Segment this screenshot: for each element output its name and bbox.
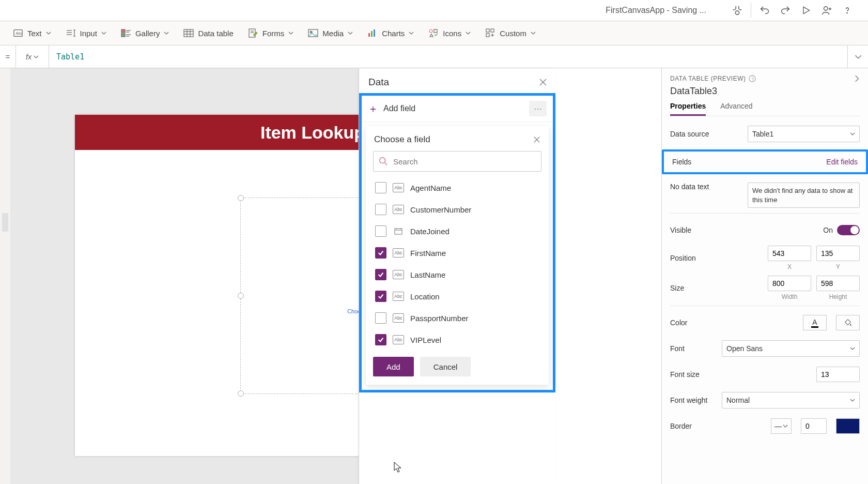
fill-color-button[interactable]	[836, 315, 860, 330]
chevron-down-icon	[164, 31, 169, 36]
tab-advanced[interactable]: Advanced	[720, 102, 752, 116]
ribbon-text-label: Text	[27, 29, 42, 38]
field-row[interactable]: AbcPassportNumber	[373, 307, 541, 329]
redo-button[interactable]	[775, 0, 796, 21]
field-row[interactable]: AbcAgentName	[373, 177, 541, 199]
text-type-icon: Abc	[393, 205, 404, 214]
undo-button[interactable]	[754, 0, 775, 21]
field-search-input[interactable]	[392, 157, 536, 167]
field-checkbox[interactable]	[375, 269, 386, 280]
svg-point-33	[429, 29, 432, 33]
play-button[interactable]	[796, 0, 816, 21]
more-options-button[interactable]: ⋯	[529, 101, 547, 116]
font-weight-select[interactable]: Normal	[722, 392, 860, 409]
left-edge-panel[interactable]	[0, 68, 10, 484]
svg-rect-34	[434, 29, 437, 33]
choose-field-popup: Choose a field AbcAgentNameAbcCustomerNu…	[366, 126, 549, 385]
field-search[interactable]	[373, 151, 541, 172]
search-icon	[379, 157, 388, 166]
ribbon-custom[interactable]: Custom	[485, 28, 536, 38]
ribbon-input[interactable]: Input	[66, 28, 106, 38]
help-button[interactable]	[837, 0, 858, 21]
ribbon-datatable[interactable]: Data table	[183, 28, 233, 38]
ribbon-media-label: Media	[322, 29, 344, 38]
position-y-input[interactable]	[816, 246, 860, 261]
data-source-select[interactable]: Table1	[748, 126, 860, 142]
equals-label: =	[0, 52, 16, 61]
field-checkbox[interactable]	[375, 247, 386, 259]
font-color-button[interactable]: A	[803, 315, 827, 330]
svg-rect-35	[486, 29, 489, 32]
svg-line-49	[385, 163, 388, 165]
property-tabs: Properties Advanced	[670, 102, 860, 116]
data-source-label: Data source	[670, 130, 742, 138]
ribbon-text[interactable]: Abc Text	[13, 28, 51, 38]
close-choose-popup-button[interactable]	[533, 136, 540, 143]
field-list: AbcAgentNameAbcCustomerNumberDateJoinedA…	[373, 177, 541, 351]
object-category: DATA TABLE (PREVIEW)	[670, 75, 746, 82]
close-data-panel-button[interactable]	[539, 78, 547, 86]
ribbon-media[interactable]: Media	[308, 28, 353, 38]
field-checkbox[interactable]	[375, 334, 386, 345]
font-size-input[interactable]	[816, 367, 860, 382]
border-width-input[interactable]	[801, 418, 827, 434]
font-size-label: Font size	[670, 370, 717, 379]
input-icon	[66, 28, 76, 38]
border-style-select[interactable]: —	[771, 418, 792, 434]
y-label: Y	[836, 263, 840, 270]
tab-properties[interactable]: Properties	[670, 102, 706, 116]
ribbon-charts[interactable]: Charts	[367, 28, 414, 38]
media-icon	[308, 28, 318, 38]
field-row[interactable]: AbcFirstName	[373, 242, 541, 264]
fields-row-highlight: Fields Edit fields	[662, 149, 868, 174]
field-checkbox[interactable]	[375, 204, 386, 215]
svg-rect-50	[395, 229, 402, 234]
ribbon-gallery[interactable]: Gallery	[121, 28, 169, 38]
font-select[interactable]: Open Sans	[722, 340, 860, 357]
app-title: FirstCanvasApp - Saving ...	[606, 6, 706, 15]
field-row[interactable]: AbcVIPLevel	[373, 329, 541, 351]
field-name: Location	[410, 292, 440, 301]
health-icon[interactable]	[727, 0, 748, 21]
visible-toggle[interactable]	[837, 225, 860, 235]
no-data-text-input[interactable]: We didn't find any data to show at this …	[748, 183, 860, 208]
height-input[interactable]	[816, 276, 860, 291]
formula-input[interactable]: Table1	[49, 46, 847, 68]
workspace: Item Lookup	[0, 68, 868, 484]
share-button[interactable]	[816, 0, 837, 21]
svg-rect-32	[374, 29, 375, 37]
fx-dropdown[interactable]: fx	[16, 46, 49, 68]
font-value: Open Sans	[726, 344, 763, 353]
text-type-icon: Abc	[393, 248, 404, 258]
cancel-button[interactable]: Cancel	[420, 357, 471, 376]
icons-icon	[428, 28, 439, 38]
field-row[interactable]: AbcCustomerNumber	[373, 199, 541, 220]
field-row[interactable]: AbcLastName	[373, 264, 541, 285]
info-icon[interactable]: ?	[749, 75, 756, 82]
ribbon-custom-label: Custom	[500, 29, 526, 38]
data-panel-title: Data	[368, 77, 389, 88]
ribbon-icons[interactable]: Icons	[428, 28, 471, 38]
size-label: Size	[670, 284, 717, 292]
plus-icon: ＋	[368, 102, 378, 116]
ribbon-forms[interactable]: Forms	[248, 28, 294, 38]
add-button[interactable]: Add	[373, 357, 414, 376]
field-row[interactable]: DateJoined	[373, 220, 541, 242]
svg-point-2	[824, 7, 828, 10]
expand-formula-button[interactable]	[847, 46, 868, 68]
font-weight-value: Normal	[726, 396, 750, 404]
collapse-panel-button[interactable]	[854, 74, 860, 83]
title-bar: FirstCanvasApp - Saving ...	[0, 0, 868, 21]
edit-fields-link[interactable]: Edit fields	[826, 158, 858, 166]
x-label: X	[787, 263, 792, 270]
width-input[interactable]	[768, 276, 811, 291]
field-checkbox[interactable]	[375, 312, 386, 324]
field-checkbox[interactable]	[375, 291, 386, 302]
field-row[interactable]: AbcLocation	[373, 285, 541, 307]
separator	[751, 3, 751, 18]
field-checkbox[interactable]	[375, 225, 386, 237]
border-color-button[interactable]	[836, 418, 860, 434]
field-checkbox[interactable]	[375, 182, 386, 193]
position-x-input[interactable]	[768, 246, 811, 261]
add-field-bar[interactable]: ＋ Add field ⋯	[362, 96, 553, 122]
